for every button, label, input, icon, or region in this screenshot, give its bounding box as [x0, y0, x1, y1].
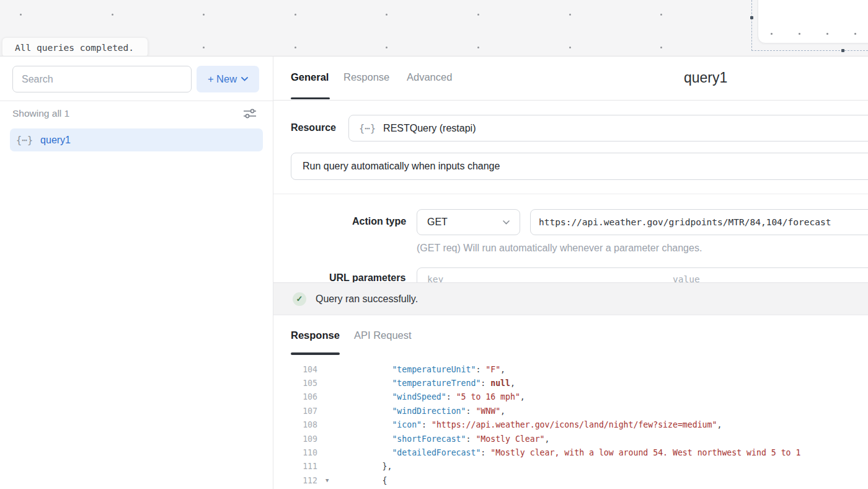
line-number: 110 — [273, 448, 317, 457]
selection-outline-horizontal — [751, 50, 868, 51]
url-value: https://api.weather.gov/gridpoints/MTR/8… — [539, 217, 831, 227]
toast-notification: All queries completed. — [2, 37, 148, 58]
grid-dot — [203, 47, 205, 48]
divider — [273, 100, 868, 101]
query-item-label: query1 — [40, 135, 71, 146]
code-line: 111 }, — [273, 460, 868, 473]
line-number: 109 — [273, 434, 317, 444]
grid-dot — [569, 47, 571, 48]
toast-text: All queries completed. — [15, 43, 134, 53]
run-mode-value: Run query automatically when inputs chan… — [303, 161, 500, 172]
action-type-value: GET — [427, 217, 448, 228]
code-text: }, — [343, 462, 868, 471]
grid-dot — [854, 33, 856, 35]
selection-resize-handle[interactable] — [750, 16, 753, 19]
helper-text: (GET req) Will run automatically wheneve… — [417, 243, 702, 254]
grid-dot — [660, 14, 662, 16]
code-text: "shortForecast": "Mostly Clear", — [343, 434, 868, 444]
code-line: 108 "icon": "https://api.weather.gov/ico… — [273, 418, 868, 432]
code-line: 105 "temperatureTrend": null, — [273, 376, 868, 390]
grid-dot — [799, 33, 800, 35]
tab-response[interactable]: Response — [343, 71, 389, 83]
line-number: 106 — [273, 392, 317, 402]
line-number: 108 — [273, 420, 317, 429]
showing-count-label: Showing all 1 — [12, 108, 69, 119]
code-line: 110 "detailedForecast": "Mostly clear, w… — [273, 446, 868, 459]
success-check-icon: ✓ — [293, 292, 306, 306]
line-number: 112 — [273, 476, 317, 485]
code-text: "icon": "https://api.weather.gov/icons/l… — [343, 420, 868, 429]
grid-dot — [386, 14, 388, 16]
resource-label: Resource — [291, 122, 336, 133]
code-line: 107 "windDirection": "WNW", — [273, 404, 868, 418]
filter-sliders-icon[interactable] — [243, 108, 257, 119]
code-text: { — [343, 476, 868, 485]
grid-dot — [203, 14, 205, 16]
selection-outline-vertical — [751, 0, 752, 51]
fold-arrow-icon[interactable]: ▼ — [317, 477, 343, 483]
query-list-panel — [0, 56, 273, 489]
code-braces-icon: {⋯} — [359, 123, 376, 134]
grid-dot — [771, 33, 773, 35]
grid-dot — [112, 14, 113, 16]
grid-dot — [294, 47, 296, 48]
search-input[interactable] — [12, 66, 192, 92]
grid-dot — [294, 14, 296, 16]
grid-dot — [477, 14, 479, 16]
action-type-select[interactable]: GET — [417, 209, 520, 235]
grid-dot — [20, 14, 22, 16]
code-line: 104 "temperatureUnit": "F", — [273, 362, 868, 376]
grid-dot — [660, 47, 662, 48]
tab-api-request[interactable]: API Request — [354, 330, 412, 341]
code-text: "temperatureUnit": "F", — [343, 365, 868, 374]
code-line: 112▼ { — [273, 473, 868, 487]
code-text: "detailedForecast": "Mostly clear, with … — [343, 448, 868, 457]
divider — [0, 101, 273, 101]
tab-advanced[interactable]: Advanced — [407, 71, 452, 83]
grid-dot — [826, 33, 828, 35]
line-number: 111 — [273, 462, 317, 471]
active-tab-underline — [291, 352, 340, 355]
canvas-container-widget[interactable] — [758, 0, 868, 43]
sidebar-item-query1[interactable]: {⋯} query1 — [10, 128, 263, 151]
resource-select[interactable]: {⋯} RESTQuery (restapi) — [348, 115, 868, 141]
divider — [273, 194, 868, 194]
url-input[interactable]: https://api.weather.gov/gridpoints/MTR/8… — [530, 209, 868, 235]
code-viewer[interactable]: 104 "temperatureUnit": "F",105 "temperat… — [273, 362, 868, 489]
line-number: 107 — [273, 406, 317, 416]
query-status-bar: ✓ Query ran successfully. — [273, 282, 868, 315]
code-text: "windSpeed": "5 to 16 mph", — [343, 392, 868, 402]
grid-dot — [386, 47, 388, 48]
selection-resize-handle[interactable] — [841, 49, 844, 52]
grid-dot — [569, 14, 571, 16]
action-type-label: Action type — [352, 216, 406, 227]
chevron-down-icon — [241, 77, 248, 81]
grid-dot — [477, 47, 479, 48]
code-text: "windDirection": "WNW", — [343, 406, 868, 416]
status-text: Query ran successfully. — [316, 294, 418, 305]
line-number: 105 — [273, 379, 317, 388]
run-mode-select[interactable]: Run query automatically when inputs chan… — [291, 153, 868, 180]
line-number: 104 — [273, 365, 317, 374]
new-query-button[interactable]: + New — [197, 66, 259, 92]
tab-response-result[interactable]: Response — [291, 330, 340, 341]
code-line: 109 "shortForecast": "Mostly Clear", — [273, 432, 868, 446]
code-text: "temperatureTrend": null, — [343, 379, 868, 388]
new-query-button-label: + New — [208, 73, 237, 85]
tab-general[interactable]: General — [291, 71, 329, 83]
chevron-down-icon — [503, 220, 510, 225]
active-tab-underline — [291, 97, 330, 99]
code-line: 106 "windSpeed": "5 to 16 mph", — [273, 390, 868, 404]
resource-select-value: RESTQuery (restapi) — [383, 123, 476, 134]
page-title: query1 — [684, 70, 727, 86]
code-braces-icon: {⋯} — [16, 135, 33, 146]
